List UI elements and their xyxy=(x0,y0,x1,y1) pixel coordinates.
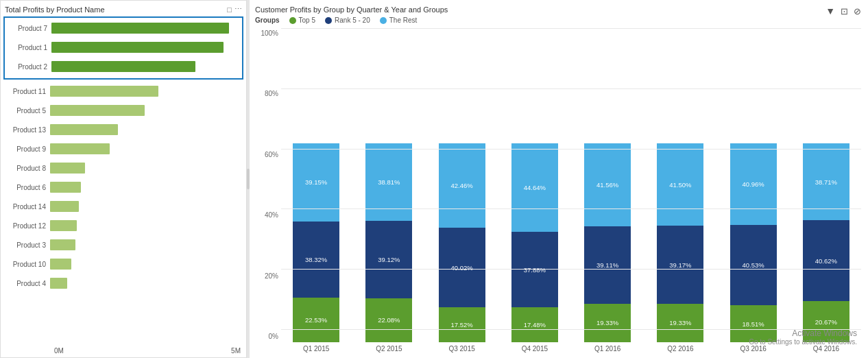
bar-segment-rank: 39.11% xyxy=(584,226,631,304)
legend-item-rank: Rank 5 - 20 xyxy=(325,16,370,24)
product-label: Product 3 xyxy=(3,241,50,249)
product-label: Product 7 xyxy=(5,25,51,32)
bar-container xyxy=(51,61,241,72)
stacked-bar: 40.96%40.53%18.51% xyxy=(730,143,777,342)
legend: Groups Top 5 Rank 5 - 20 The Rest xyxy=(255,16,861,24)
bar-segment-rest: 41.50% xyxy=(657,143,703,226)
bar-row-product4[interactable]: Product 4 xyxy=(3,274,243,292)
stacked-bar-group[interactable]: 38.81%39.12%22.08% xyxy=(354,28,424,342)
legend-dot-rest xyxy=(380,17,387,24)
bar-fill xyxy=(50,124,118,135)
resize-icon[interactable]: ⊡ xyxy=(841,6,848,16)
bar-row-product10[interactable]: Product 10 xyxy=(3,255,243,273)
bar-row-product7[interactable]: Product 7 xyxy=(5,19,241,37)
stacked-bar: 41.50%39.17%19.33% xyxy=(657,143,703,342)
product-label: Product 6 xyxy=(3,184,50,191)
more-icon[interactable]: ⋯ xyxy=(234,5,242,14)
bar-chart-area: Product 11 Product 5 Product 13 Product … xyxy=(3,81,243,346)
bar-row-product14[interactable]: Product 14 xyxy=(3,198,243,215)
bar-container xyxy=(50,239,243,250)
product-label: Product 8 xyxy=(3,165,50,172)
y-label-40: 40% xyxy=(265,211,278,219)
bar-fill xyxy=(50,143,110,154)
bar-container xyxy=(51,23,241,34)
product-label: Product 5 xyxy=(3,107,50,115)
bar-segment-rank: 39.12% xyxy=(365,221,412,298)
bar-row-product5[interactable]: Product 5 xyxy=(3,102,243,119)
filter-icon[interactable]: ▼ xyxy=(825,5,835,16)
expand-icon[interactable]: □ xyxy=(227,5,232,14)
stacked-bar-group[interactable]: 42.46%40.02%17.52% xyxy=(427,28,497,342)
product-label: Product 4 xyxy=(3,280,50,287)
bar-row-product1[interactable]: Product 1 xyxy=(5,38,241,56)
product-label: Product 14 xyxy=(3,203,50,211)
activate-windows: Activate Windows Go to Settings to activ… xyxy=(749,329,857,346)
product-label: Product 1 xyxy=(5,44,51,51)
x-label-0: 0M xyxy=(54,347,64,355)
legend-label-top5: Top 5 xyxy=(299,16,315,24)
product-label: Product 10 xyxy=(3,261,50,268)
bar-segment-rank: 37.88% xyxy=(511,232,558,307)
bar-segment-rank: 40.62% xyxy=(803,220,849,301)
bar-segment-rest: 40.96% xyxy=(730,143,777,225)
bar-segment-rank: 40.53% xyxy=(730,225,777,306)
bar-row-product9[interactable]: Product 9 xyxy=(3,140,243,158)
bar-container xyxy=(51,42,241,53)
stacked-bar-group[interactable]: 41.50%39.17%19.33% xyxy=(645,28,715,342)
product-label: Product 13 xyxy=(3,126,50,134)
bar-fill xyxy=(50,220,77,231)
x-label: Q1 2016 xyxy=(572,345,642,353)
product-label: Product 11 xyxy=(3,88,50,95)
x-label: Q4 2016 xyxy=(791,345,861,353)
bar-fill xyxy=(50,239,75,250)
y-label-0: 0% xyxy=(269,333,278,340)
y-label-100: 100% xyxy=(261,29,278,37)
bar-segment-top5: 22.08% xyxy=(365,298,412,342)
legend-groups-label: Groups xyxy=(255,16,280,24)
right-panel-header: Customer Profits by Group by Quarter & Y… xyxy=(255,5,861,14)
bar-segment-top5: 22.53% xyxy=(293,298,339,342)
bar-container xyxy=(50,143,243,154)
top-right-icons: ▼ ⊡ ⊘ xyxy=(825,5,861,16)
activate-windows-title: Activate Windows xyxy=(749,329,857,338)
bar-row-product12[interactable]: Product 12 xyxy=(3,217,243,235)
bar-container xyxy=(50,163,243,174)
bar-segment-rest: 38.71% xyxy=(803,143,849,220)
legend-item-top5: Top 5 xyxy=(289,16,315,24)
stacked-bar-group[interactable]: 39.15%38.32%22.53% xyxy=(281,28,351,342)
x-label: Q1 2015 xyxy=(281,345,351,353)
bar-container xyxy=(50,86,243,97)
bar-fill xyxy=(51,42,224,53)
stacked-bar-group[interactable]: 38.71%40.62%20.67% xyxy=(791,28,861,342)
bar-segment-top5: 17.52% xyxy=(439,307,485,342)
legend-label-rest: The Rest xyxy=(389,16,418,24)
activate-windows-sub: Go to Settings to activate Windows. xyxy=(749,338,857,346)
bar-row-product2[interactable]: Product 2 xyxy=(5,58,241,75)
y-label-20: 20% xyxy=(265,272,278,280)
stacked-bar-group[interactable]: 44.64%37.88%17.48% xyxy=(500,28,570,342)
x-labels: Q1 2015Q2 2015Q3 2015Q4 2015Q1 2016Q2 20… xyxy=(281,345,861,353)
x-label: Q3 2016 xyxy=(719,345,788,353)
bar-row-product8[interactable]: Product 8 xyxy=(3,159,243,177)
chart-body: 100% 80% 60% 40% 20% 0% 39.15%38.32%22.5… xyxy=(255,28,861,353)
bar-segment-rank: 40.02% xyxy=(439,228,485,307)
right-panel-title: Customer Profits by Group by Quarter & Y… xyxy=(255,5,448,14)
legend-dot-rank xyxy=(325,17,332,24)
stacked-bars-row: 39.15%38.32%22.53%38.81%39.12%22.08%42.4… xyxy=(281,28,861,342)
bar-row-product11[interactable]: Product 11 xyxy=(3,82,243,100)
x-label: Q3 2015 xyxy=(427,345,497,353)
legend-dot-top5 xyxy=(289,17,296,24)
bar-row-product6[interactable]: Product 6 xyxy=(3,178,243,196)
stacked-bar: 44.64%37.88%17.48% xyxy=(511,143,558,342)
bar-fill xyxy=(50,182,81,193)
bar-row-product13[interactable]: Product 13 xyxy=(3,121,243,139)
bar-fill xyxy=(50,201,79,212)
left-panel-title: Total Profits by Product Name xyxy=(5,5,105,14)
stacked-bar: 41.56%39.11%19.33% xyxy=(584,143,631,342)
stacked-bar-group[interactable]: 41.56%39.11%19.33% xyxy=(572,28,642,342)
stacked-bar: 38.71%40.62%20.67% xyxy=(803,143,849,342)
bar-row-product3[interactable]: Product 3 xyxy=(3,236,243,254)
bar-fill xyxy=(51,61,195,72)
stacked-bar-group[interactable]: 40.96%40.53%18.51% xyxy=(719,28,788,342)
block-icon[interactable]: ⊘ xyxy=(854,6,861,16)
